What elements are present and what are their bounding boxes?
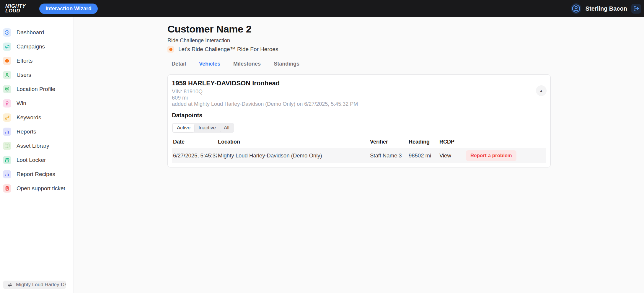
sidebar-item-efforts[interactable]: Efforts [0, 54, 74, 68]
filter-active-button[interactable]: Active [173, 124, 194, 132]
interaction-row: Let's Ride Challenge™ Ride For Heroes [167, 46, 551, 53]
sidebar-item-label: Users [17, 72, 31, 78]
logo-line-2: LOUD [5, 9, 26, 13]
sidebar-item-label: Campaigns [17, 43, 45, 50]
key-icon [3, 113, 11, 122]
tab-vehicles[interactable]: Vehicles [199, 60, 220, 68]
cell-date: 6/27/2025, 5:45:32 PM [172, 148, 217, 163]
cell-reading: 98502 mi [407, 148, 438, 163]
page-title: Customer Name 2 [167, 23, 551, 35]
sidebar-item-location-profile[interactable]: Location Profile [0, 82, 74, 96]
sidebar-item-label: Loot Locker [17, 157, 46, 163]
location-switcher-label: Mighty Loud Harley-Davidso [16, 282, 66, 288]
sidebar-nav: Dashboard Campaigns Efforts [0, 17, 74, 196]
sidebar-item-asset-library[interactable]: Asset Library [0, 139, 74, 153]
user-icon [3, 71, 11, 79]
column-header-reading: Reading [407, 138, 438, 148]
datapoints-table: Date Location Verifier Reading RCDP 6/27… [172, 138, 546, 163]
sidebar-item-label: Reports [17, 128, 36, 135]
sidebar-item-reports[interactable]: Reports [0, 125, 74, 139]
user-circle-icon [571, 4, 581, 13]
sidebar-item-label: Report Recipes [17, 171, 55, 178]
topbar-user-area: Sterling Bacon [571, 3, 641, 14]
sidebar-item-report-recipes[interactable]: Report Recipes [0, 167, 74, 181]
user-name: Sterling Bacon [586, 5, 627, 12]
sidebar-item-keywords[interactable]: Keywords [0, 110, 74, 125]
tab-detail[interactable]: Detail [172, 60, 186, 68]
table-row: 6/27/2025, 5:45:32 PM Mighty Loud Harley… [172, 148, 546, 163]
sidebar-item-users[interactable]: Users [0, 68, 74, 82]
megaphone-icon [3, 43, 11, 51]
sidebar-item-label: Location Profile [17, 86, 55, 92]
cell-actions: Report a problem [465, 148, 546, 163]
sidebar-item-win[interactable]: Win [0, 96, 74, 110]
sidebar-item-dashboard[interactable]: Dashboard [0, 25, 74, 40]
vehicle-card: ▲ 1959 HARLEY-DAVIDSON Ironhead VIN: 819… [167, 74, 551, 167]
collapse-card-button[interactable]: ▲ [536, 85, 547, 96]
column-header-date: Date [172, 138, 217, 148]
column-header-location: Location [217, 138, 369, 148]
vehicle-meta: VIN: 81910Q 609 mi added at Mighty Loud … [172, 89, 546, 107]
sidebar: Dashboard Campaigns Efforts [0, 17, 74, 293]
column-header-verifier: Verifier [369, 138, 407, 148]
split-circle-icon [167, 46, 174, 53]
cell-verifier: Staff Name 3 [369, 148, 407, 163]
vehicle-mileage: 609 mi [172, 95, 546, 101]
view-rcdp-link[interactable]: View [439, 152, 451, 159]
tab-standings[interactable]: Standings [274, 60, 299, 68]
table-header-row: Date Location Verifier Reading RCDP [172, 138, 546, 148]
tab-bar: Detail Vehicles Milestones Standings [167, 60, 551, 68]
sidebar-item-open-support-ticket[interactable]: Open support ticket [0, 181, 74, 196]
location-switcher-button[interactable]: Mighty Loud Harley-Davidso [3, 281, 66, 289]
split-circle-icon [3, 57, 11, 65]
vehicle-vin: VIN: 81910Q [172, 89, 546, 95]
cell-rcdp: View [438, 148, 465, 163]
filter-all-button[interactable]: All [220, 124, 233, 132]
map-pin-icon [3, 85, 11, 93]
swap-arrows-icon [7, 282, 13, 288]
interaction-label: Let's Ride Challenge™ Ride For Heroes [178, 46, 278, 53]
vehicle-added-at: added at Mighty Loud Harley-Davidson (De… [172, 101, 546, 107]
mighty-loud-logo[interactable]: MIGHTY LOUD [5, 4, 26, 13]
sidebar-item-label: Asset Library [17, 143, 49, 149]
ticket-icon [3, 184, 11, 193]
user-avatar[interactable] [571, 3, 581, 14]
vehicle-title: 1959 HARLEY-DAVIDSON Ironhead [172, 79, 546, 87]
sidebar-item-loot-locker[interactable]: Loot Locker [0, 153, 74, 167]
gauge-icon [3, 28, 11, 37]
datapoints-heading: Datapoints [172, 112, 546, 119]
sidebar-item-campaigns[interactable]: Campaigns [0, 40, 74, 54]
logout-icon [633, 6, 639, 12]
sidebar-item-label: Dashboard [17, 29, 44, 36]
sidebar-item-label: Win [17, 100, 26, 107]
main-content: Customer Name 2 Ride Challenge Interacti… [74, 17, 644, 293]
logout-button[interactable] [631, 4, 641, 14]
tab-milestones[interactable]: Milestones [233, 60, 261, 68]
sidebar-item-label: Keywords [17, 114, 41, 121]
bar-chart-icon [3, 128, 11, 136]
sidebar-item-label: Efforts [17, 58, 33, 64]
caret-up-icon: ▲ [539, 89, 543, 93]
bar-chart-icon [3, 170, 11, 178]
column-header-rcdp: RCDP [438, 138, 465, 148]
book-open-icon [3, 142, 11, 150]
page-subtitle: Ride Challenge Interaction [167, 38, 551, 44]
interaction-wizard-button[interactable]: Interaction Wizard [39, 4, 98, 14]
award-icon [3, 99, 11, 108]
topbar: MIGHTY LOUD Interaction Wizard Sterling … [0, 0, 644, 17]
filter-inactive-button[interactable]: Inactive [194, 124, 220, 132]
datapoints-filter: Active Inactive All [172, 123, 234, 133]
sidebar-item-label: Open support ticket [17, 185, 65, 192]
cell-location: Mighty Loud Harley-Davidson (Demo Only) [217, 148, 369, 163]
report-a-problem-button[interactable]: Report a problem [466, 150, 516, 161]
gift-icon [3, 156, 11, 164]
column-header-actions [465, 138, 546, 148]
